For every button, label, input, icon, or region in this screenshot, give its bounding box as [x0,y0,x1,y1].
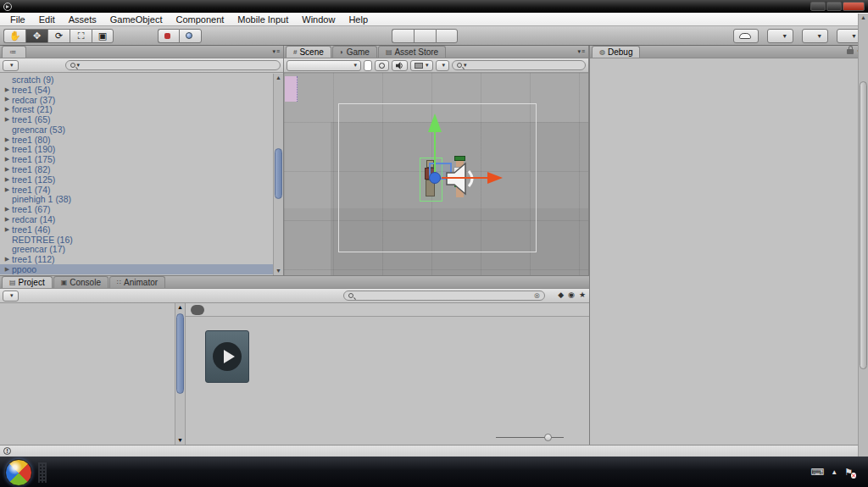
cloud-services-button[interactable] [733,29,759,43]
search-by-type-icon[interactable]: ◆ [558,291,564,299]
hierarchy-item[interactable]: ▶tree1 (54) [0,85,273,95]
hierarchy-item[interactable]: ▶redcar (37) [0,95,273,105]
hierarchy-item[interactable]: ▶tree1 (80) [0,135,273,145]
project-create-button[interactable]: ▾ [3,291,19,302]
tab-asset-store[interactable]: ▤Asset Store [378,46,446,58]
rect-tool-button[interactable]: ▣ [92,29,114,43]
hierarchy-item[interactable]: ▶forest (21) [0,104,273,114]
tab-animator[interactable]: ∷Animator [109,276,165,288]
expand-icon[interactable]: ▶ [3,166,12,173]
hierarchy-item[interactable]: REDTREE (16) [0,235,273,245]
clear-search-icon[interactable]: ⊗ [533,291,540,300]
play-button[interactable] [392,29,414,43]
hierarchy-item[interactable]: ▶tree1 (82) [0,164,273,174]
pause-button[interactable] [414,29,436,43]
scroll-up-icon[interactable]: ▲ [274,74,283,82]
hierarchy-item[interactable]: ▶tree1 (74) [0,185,273,195]
action-center-flag-icon[interactable]: ⚑ [844,467,853,478]
menu-component[interactable]: Component [169,13,231,25]
expand-icon[interactable]: ▶ [3,156,12,163]
scrollbar-thumb[interactable] [860,81,867,369]
expand-icon[interactable]: ▶ [3,176,12,183]
project-search-input[interactable]: ⊗ [343,291,545,301]
menu-help[interactable]: Help [342,13,375,25]
hierarchy-item[interactable]: ▶tree1 (46) [0,224,273,235]
search-by-label-icon[interactable]: ◉ [568,291,575,299]
hand-tool-button[interactable]: ✋ [3,29,25,43]
tab-scene[interactable]: #Scene [286,46,331,58]
hierarchy-scrollbar[interactable]: ▲ ▼ [273,74,283,275]
expand-icon[interactable]: ▶ [3,116,12,123]
expand-icon[interactable]: ▶ [3,136,12,143]
layers-dropdown[interactable]: ▼ [802,29,828,43]
expand-icon[interactable]: ▶ [3,106,12,113]
slider-knob[interactable] [544,434,552,441]
account-dropdown[interactable]: ▼ [767,29,793,43]
hierarchy-search-input[interactable]: ▾ [65,60,281,70]
expand-icon[interactable]: ▶ [3,146,12,152]
scene-viewport[interactable] [284,73,588,275]
panel-menu-icon[interactable]: ▾≡ [272,48,281,55]
menu-window[interactable]: Window [295,13,342,25]
start-button[interactable] [5,459,32,486]
scroll-up-icon[interactable]: ▲ [859,14,868,22]
expand-icon[interactable]: ▶ [3,226,12,233]
lighting-toggle-button[interactable] [375,60,389,71]
hierarchy-create-button[interactable]: ▾ [3,60,19,71]
tab-debug[interactable]: ◍Debug [592,46,640,58]
hierarchy-item[interactable]: ▶tree1 (112) [0,254,273,264]
scroll-down-icon[interactable]: ▼ [274,267,283,275]
expand-icon[interactable]: ▶ [3,186,12,193]
audio-toggle-button[interactable] [392,60,408,71]
hierarchy-item[interactable]: pinehigh 1 (38) [0,195,273,205]
hierarchy-item[interactable]: greencar (17) [0,245,273,255]
status-bar[interactable]: ! [0,445,868,457]
restore-button[interactable] [826,2,842,11]
panel-menu-icon[interactable]: ▾≡ [577,48,586,55]
tab-game[interactable]: ◗Game [332,46,377,58]
close-button[interactable] [843,2,865,11]
scope-assets-pill[interactable] [191,305,204,315]
gizmos-dropdown[interactable]: ▾ [436,60,450,71]
hierarchy-item[interactable]: ▶tree1 (125) [0,174,273,185]
2d-toggle-button[interactable] [364,60,372,71]
scale-tool-button[interactable]: ⛶ [70,29,92,43]
hierarchy-item[interactable]: ▶redcar (14) [0,214,273,224]
hierarchy-item[interactable]: ▶tree1 (65) [0,114,273,125]
scene-search-input[interactable]: ▾ [452,60,586,70]
global-toggle-button[interactable] [179,29,202,43]
step-button[interactable] [436,29,458,43]
hierarchy-item[interactable]: greencar (53) [0,125,273,135]
hierarchy-item[interactable]: ▶tree1 (175) [0,154,273,164]
rotate-tool-button[interactable]: ⟳ [47,29,70,43]
tab-console[interactable]: ▣Console [53,276,108,288]
pivot-toggle-button[interactable] [158,29,179,43]
menu-edit[interactable]: Edit [32,13,62,25]
asset-item[interactable] [199,330,255,385]
tray-expand-icon[interactable]: ▲ [831,468,837,476]
hierarchy-item[interactable]: ▶tree1 (190) [0,145,273,155]
expand-icon[interactable]: ▶ [3,256,12,263]
scroll-up-icon[interactable]: ▲ [175,303,185,312]
expand-icon[interactable]: ▶ [3,86,12,93]
shading-mode-dropdown[interactable]: ▾ [287,60,361,71]
expand-icon[interactable]: ▶ [3,206,12,213]
scrollbar-thumb[interactable] [275,148,282,199]
menu-mobile-input[interactable]: Mobile Input [231,13,295,25]
move-tool-button[interactable]: ✥ [25,29,47,43]
keyboard-icon[interactable]: ⌨ [810,467,824,478]
expand-icon[interactable]: ▶ [3,216,12,223]
thumbnail-size-slider[interactable] [496,433,564,441]
menu-gameobject[interactable]: GameObject [103,13,170,25]
hierarchy-item[interactable]: scratch (9) [0,75,273,85]
favorites-icon[interactable]: ★ [579,291,586,299]
effects-dropdown[interactable]: ▾ [410,60,433,71]
menu-file[interactable]: File [3,13,32,25]
minimize-button[interactable] [810,2,826,11]
lock-icon[interactable] [847,49,854,54]
inspector-scrollbar[interactable]: ▲ ▼ [858,14,868,487]
hierarchy-item[interactable]: ▶ppooo [0,264,273,274]
tab-hierarchy[interactable]: ≔ [2,46,26,58]
menu-assets[interactable]: Assets [62,13,103,25]
expand-icon[interactable]: ▶ [3,266,12,273]
